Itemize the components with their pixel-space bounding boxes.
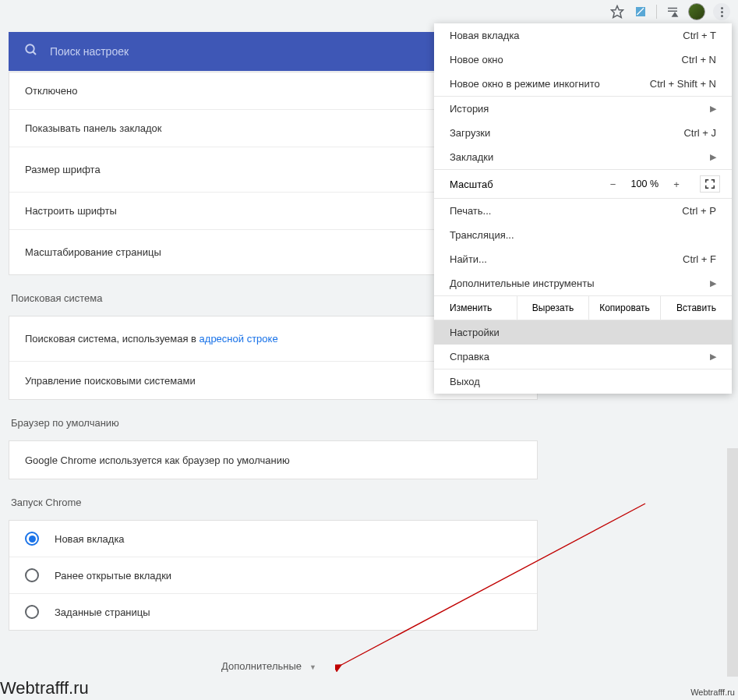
zoom-out-button[interactable]: − bbox=[602, 175, 625, 193]
zoom-in-button[interactable]: + bbox=[665, 175, 688, 193]
radio[interactable] bbox=[25, 568, 39, 582]
default-browser-card: Google Chrome используется как браузер п… bbox=[9, 440, 538, 479]
chevron-down-icon: ▼ bbox=[309, 663, 316, 671]
label: Google Chrome используется как браузер п… bbox=[25, 454, 290, 466]
address-bar-link[interactable]: адресной строке bbox=[200, 333, 278, 345]
default-browser-row: Google Chrome используется как браузер п… bbox=[9, 441, 537, 479]
cut-button[interactable]: Вырезать bbox=[517, 296, 589, 320]
radio[interactable] bbox=[25, 605, 39, 619]
menu-history[interactable]: История▶ bbox=[434, 97, 732, 121]
copy-button[interactable]: Копировать bbox=[589, 296, 661, 320]
startup-title: Запуск Chrome bbox=[11, 497, 538, 508]
chevron-right-icon: ▶ bbox=[710, 152, 716, 162]
paste-button[interactable]: Вставить bbox=[661, 296, 732, 320]
label: Ранее открытые вкладки bbox=[55, 570, 171, 582]
svg-marker-4 bbox=[673, 13, 677, 17]
watermark-left: Webtrafff.ru bbox=[0, 678, 89, 698]
label: Поисковая система, используемая в адресн… bbox=[25, 333, 278, 345]
label: Отключено bbox=[25, 85, 77, 97]
menu-cast[interactable]: Трансляция... bbox=[434, 223, 732, 247]
chevron-right-icon: ▶ bbox=[710, 352, 716, 362]
svg-point-5 bbox=[26, 44, 34, 53]
startup-continue[interactable]: Ранее открытые вкладки bbox=[9, 557, 537, 594]
advanced-toggle[interactable]: Дополнительные▼ bbox=[0, 660, 538, 672]
label: Управление поисковыми системами bbox=[25, 375, 196, 387]
default-browser-title: Браузер по умолчанию bbox=[11, 417, 538, 429]
extension-icon[interactable] bbox=[633, 4, 648, 19]
svg-marker-0 bbox=[612, 6, 623, 18]
separator bbox=[656, 5, 657, 19]
radio[interactable] bbox=[25, 532, 39, 546]
chevron-right-icon: ▶ bbox=[710, 278, 716, 288]
fullscreen-icon[interactable] bbox=[700, 175, 720, 193]
chevron-right-icon: ▶ bbox=[710, 104, 716, 114]
label: Масштабирование страницы bbox=[25, 246, 161, 258]
menu-new-tab[interactable]: Новая вкладкаCtrl + T bbox=[434, 23, 732, 48]
scrollbar[interactable] bbox=[727, 448, 738, 677]
search-icon bbox=[24, 43, 38, 60]
startup-pages[interactable]: Заданные страницы bbox=[9, 594, 537, 630]
menu-edit-row: Изменить Вырезать Копировать Вставить bbox=[434, 295, 732, 320]
menu-zoom: Масштаб − 100 % + bbox=[434, 170, 732, 198]
label: Новая вкладка bbox=[55, 533, 125, 545]
startup-card: Новая вкладка Ранее открытые вкладки Зад… bbox=[9, 520, 538, 631]
startup-new-tab[interactable]: Новая вкладка bbox=[9, 521, 537, 557]
svg-line-6 bbox=[33, 51, 36, 55]
edit-label: Изменить bbox=[434, 296, 517, 320]
star-icon[interactable] bbox=[609, 4, 625, 19]
label: Настроить шрифты bbox=[25, 205, 117, 217]
zoom-value: 100 % bbox=[625, 179, 665, 189]
menu-print[interactable]: Печать...Ctrl + P bbox=[434, 199, 732, 223]
search-input[interactable] bbox=[50, 45, 429, 58]
menu-more-tools[interactable]: Дополнительные инструменты▶ bbox=[434, 271, 732, 295]
menu-find[interactable]: Найти...Ctrl + F bbox=[434, 247, 732, 271]
settings-search-bar[interactable] bbox=[9, 32, 444, 71]
chrome-menu: Новая вкладкаCtrl + T Новое окноCtrl + N… bbox=[434, 23, 732, 394]
label: Показывать панель закладок bbox=[25, 122, 162, 134]
label: Заданные страницы bbox=[55, 606, 150, 618]
menu-help[interactable]: Справка▶ bbox=[434, 345, 732, 369]
menu-exit[interactable]: Выход bbox=[434, 369, 732, 394]
menu-settings[interactable]: Настройки bbox=[434, 320, 732, 345]
label: Размер шрифта bbox=[25, 164, 101, 175]
menu-new-window[interactable]: Новое окноCtrl + N bbox=[434, 48, 732, 72]
avatar[interactable] bbox=[688, 3, 705, 20]
media-icon[interactable] bbox=[665, 4, 680, 19]
watermark-right: Webtrafff.ru bbox=[690, 688, 735, 697]
menu-incognito[interactable]: Новое окно в режиме инкогнитоCtrl + Shif… bbox=[434, 72, 732, 96]
browser-toolbar bbox=[0, 0, 738, 23]
menu-downloads[interactable]: ЗагрузкиCtrl + J bbox=[434, 121, 732, 145]
menu-button[interactable] bbox=[713, 3, 730, 20]
menu-bookmarks[interactable]: Закладки▶ bbox=[434, 145, 732, 169]
